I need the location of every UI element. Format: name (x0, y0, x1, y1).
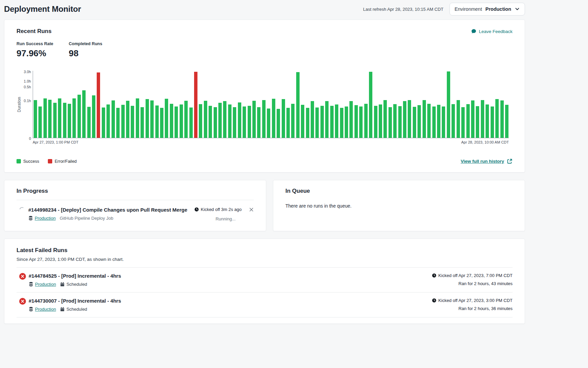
production-link[interactable]: Production (35, 282, 56, 287)
view-full-run-history-link[interactable]: View full run history (461, 158, 513, 164)
chart-bar-success[interactable] (491, 106, 494, 138)
chart-bar-success[interactable] (87, 107, 91, 138)
chart-bar-success[interactable] (311, 101, 314, 138)
chart-bar-success[interactable] (374, 106, 377, 138)
chart-bar-success[interactable] (393, 104, 397, 138)
chart-bar-success[interactable] (296, 72, 300, 138)
chart-bar-failed[interactable] (97, 72, 100, 138)
chart-bar-success[interactable] (383, 100, 387, 138)
chart-bar-success[interactable] (457, 100, 460, 138)
chart-bar-success[interactable] (481, 100, 484, 138)
chart-bar-success[interactable] (175, 106, 178, 138)
environment-selector[interactable]: Environment Production (450, 3, 525, 16)
chart-bar-success[interactable] (63, 103, 66, 138)
chart-bar-success[interactable] (48, 100, 52, 138)
chart-bar-success[interactable] (126, 101, 129, 138)
chart-bar-success[interactable] (423, 100, 426, 138)
chart-bar-failed[interactable] (194, 72, 197, 138)
chart-bar-success[interactable] (330, 106, 334, 138)
chart-bar-success[interactable] (466, 104, 470, 138)
chart-bar-success[interactable] (248, 106, 251, 138)
chart-bar-success[interactable] (369, 72, 372, 138)
chart-bar-success[interactable] (471, 100, 474, 138)
chart-bar-success[interactable] (209, 106, 212, 138)
environment-link[interactable]: Production (28, 216, 56, 221)
chart-bar-success[interactable] (204, 101, 207, 138)
chart-bar-success[interactable] (58, 98, 61, 138)
chart-bar-success[interactable] (291, 104, 295, 138)
chart-bar-success[interactable] (417, 105, 421, 138)
chart-bar-success[interactable] (112, 100, 115, 138)
chart-bar-success[interactable] (150, 100, 154, 138)
chart-bar-success[interactable] (53, 103, 57, 138)
chart-bar-success[interactable] (427, 104, 431, 138)
chart-bar-success[interactable] (141, 107, 144, 138)
chart-bar-success[interactable] (131, 106, 134, 138)
chart-bar-success[interactable] (223, 101, 226, 138)
chart-bar-success[interactable] (486, 104, 489, 138)
environment-link[interactable]: Production (29, 307, 56, 312)
chart-bar-success[interactable] (389, 107, 392, 138)
chart-bar-success[interactable] (306, 108, 309, 138)
chart-bar-success[interactable] (301, 105, 304, 138)
chart-bar-success[interactable] (320, 106, 324, 138)
chart-bar-success[interactable] (214, 107, 217, 138)
chart-bar-success[interactable] (437, 105, 440, 138)
chart-bar-success[interactable] (340, 108, 343, 138)
chart-bar-success[interactable] (218, 103, 222, 138)
production-link[interactable]: Production (35, 307, 56, 312)
chart-bar-success[interactable] (116, 108, 120, 138)
chart-bar-success[interactable] (364, 104, 368, 138)
chart-bar-success[interactable] (408, 100, 411, 138)
chart-bar-success[interactable] (442, 106, 445, 138)
chart-bar-success[interactable] (277, 109, 280, 138)
close-button[interactable] (249, 207, 254, 212)
chart-bar-success[interactable] (476, 106, 479, 138)
environment-link[interactable]: Production (29, 282, 56, 287)
chart-bar-success[interactable] (461, 107, 465, 138)
chart-bar-success[interactable] (68, 104, 71, 138)
chart-bar-success[interactable] (170, 104, 173, 138)
chart-bar-success[interactable] (78, 95, 81, 138)
chart-bar-success[interactable] (82, 90, 86, 138)
chart-bar-success[interactable] (447, 71, 450, 138)
chart-bar-success[interactable] (165, 99, 168, 138)
chart-bar-success[interactable] (495, 99, 499, 138)
chart-bar-success[interactable] (72, 98, 76, 138)
chart-bar-success[interactable] (189, 108, 193, 138)
chart-bar-success[interactable] (228, 104, 231, 138)
chart-bar-success[interactable] (160, 108, 163, 138)
chart-bar-success[interactable] (315, 108, 319, 138)
chart-bar-success[interactable] (233, 107, 236, 138)
chart-bar-success[interactable] (257, 107, 260, 138)
production-link[interactable]: Production (35, 216, 56, 221)
chart-bar-success[interactable] (136, 98, 139, 138)
chart-bar-success[interactable] (252, 101, 256, 138)
chart-bar-success[interactable] (359, 106, 363, 138)
chart-bar-success[interactable] (286, 108, 290, 138)
chart-bar-success[interactable] (335, 104, 338, 138)
chart-bar-success[interactable] (34, 100, 37, 138)
chart-bar-success[interactable] (243, 106, 246, 138)
chart-bar-success[interactable] (432, 106, 436, 138)
chart-bar-success[interactable] (92, 95, 95, 138)
chart-bar-success[interactable] (398, 106, 402, 138)
chart-bar-success[interactable] (354, 105, 358, 138)
chart-bar-success[interactable] (106, 104, 110, 138)
chart-bar-success[interactable] (38, 106, 42, 138)
chart-bar-success[interactable] (345, 106, 348, 138)
chart-bar-success[interactable] (102, 108, 105, 138)
chart-bar-success[interactable] (282, 99, 285, 138)
chart-bar-success[interactable] (121, 105, 125, 138)
chart-bar-success[interactable] (349, 101, 353, 138)
chart-bar-success[interactable] (184, 101, 188, 138)
chart-bar-success[interactable] (155, 105, 159, 138)
chart-bar-success[interactable] (146, 99, 149, 138)
chart-bar-success[interactable] (413, 107, 416, 138)
chart-bar-success[interactable] (379, 104, 382, 138)
chart-bar-success[interactable] (452, 104, 455, 138)
chart-bar-success[interactable] (505, 105, 508, 138)
chart-bar-success[interactable] (500, 100, 504, 138)
chart-bar-success[interactable] (267, 109, 270, 138)
chart-bar-success[interactable] (403, 101, 406, 138)
